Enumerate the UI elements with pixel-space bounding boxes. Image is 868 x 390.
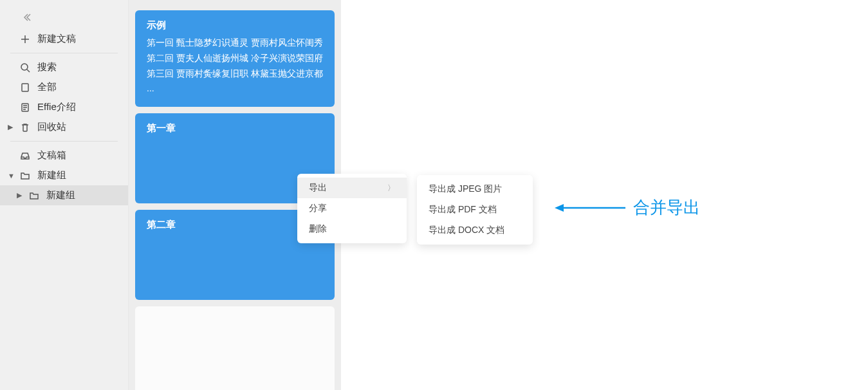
delete-menu-item[interactable]: 删除	[297, 219, 407, 239]
context-menu: 导出 〉 分享 删除	[297, 174, 407, 243]
chevron-right-icon: ▶	[17, 191, 22, 200]
export-jpeg-item[interactable]: 导出成 JPEG 图片	[417, 179, 533, 200]
note-title: 示例	[147, 19, 323, 32]
note-title: 第一章	[147, 122, 323, 135]
subgroup-button[interactable]: ▶ 新建组	[0, 185, 128, 205]
annotation-text: 合并导出	[633, 196, 700, 219]
trash-button[interactable]: ▶ 回收站	[0, 117, 128, 137]
collapse-sidebar-icon[interactable]	[0, 13, 128, 29]
export-docx-label: 导出成 DOCX 文档	[429, 225, 504, 236]
note-title: 第二章	[147, 219, 323, 231]
chevron-down-icon: ▼	[8, 172, 15, 180]
new-doc-label: 新建文稿	[37, 33, 76, 45]
intro-button[interactable]: Effie介绍	[0, 97, 128, 117]
divider	[10, 141, 118, 142]
sidebar: 新建文稿 搜索 全部 Effie介绍 ▶ 回收站 文稿箱 ▼ 新建组	[0, 0, 129, 390]
export-pdf-item[interactable]: 导出成 PDF 文档	[417, 200, 533, 220]
svg-marker-4	[555, 204, 564, 212]
note-card[interactable]: 示例 第一回 甄士隐梦幻识通灵 贾雨村风尘怀闺秀 第二回 贾夫人仙逝扬州城 冷子…	[135, 10, 335, 107]
export-docx-item[interactable]: 导出成 DOCX 文档	[417, 220, 533, 241]
inbox-button[interactable]: 文稿箱	[0, 145, 128, 165]
share-label: 分享	[309, 203, 327, 214]
trash-label: 回收站	[37, 121, 66, 133]
page-icon	[19, 102, 31, 113]
search-icon	[19, 62, 31, 73]
svg-point-0	[21, 64, 28, 70]
group-label: 新建组	[37, 169, 66, 181]
all-docs-button[interactable]: 全部	[0, 77, 128, 97]
divider	[10, 53, 118, 53]
arrow-left-icon	[555, 201, 625, 214]
group-button[interactable]: ▼ 新建组	[0, 165, 128, 185]
note-card[interactable]	[135, 306, 335, 390]
export-jpeg-label: 导出成 JPEG 图片	[429, 183, 502, 195]
export-label: 导出	[309, 182, 327, 194]
trash-icon	[19, 122, 31, 133]
chevron-right-icon: 〉	[387, 183, 395, 194]
new-doc-button[interactable]: 新建文稿	[0, 29, 128, 49]
folder-icon	[28, 190, 40, 201]
inbox-icon	[19, 150, 31, 162]
all-label: 全部	[37, 81, 57, 93]
search-label: 搜索	[37, 61, 57, 73]
document-icon	[19, 82, 31, 93]
export-menu-item[interactable]: 导出 〉	[297, 178, 407, 198]
share-menu-item[interactable]: 分享	[297, 198, 407, 219]
note-preview: 第一回 甄士隐梦幻识通灵 贾雨村风尘怀闺秀 第二回 贾夫人仙逝扬州城 冷子兴演说…	[147, 35, 323, 97]
intro-label: Effie介绍	[37, 101, 76, 113]
delete-label: 删除	[309, 223, 327, 235]
svg-rect-1	[22, 84, 28, 91]
subgroup-label: 新建组	[46, 189, 75, 201]
plus-icon	[19, 33, 31, 45]
annotation: 合并导出	[555, 196, 700, 219]
chevron-right-icon: ▶	[8, 123, 13, 131]
inbox-label: 文稿箱	[37, 149, 66, 162]
folder-icon	[19, 170, 31, 181]
export-pdf-label: 导出成 PDF 文档	[429, 204, 497, 216]
export-submenu: 导出成 JPEG 图片 导出成 PDF 文档 导出成 DOCX 文档	[417, 175, 533, 245]
search-button[interactable]: 搜索	[0, 57, 128, 77]
